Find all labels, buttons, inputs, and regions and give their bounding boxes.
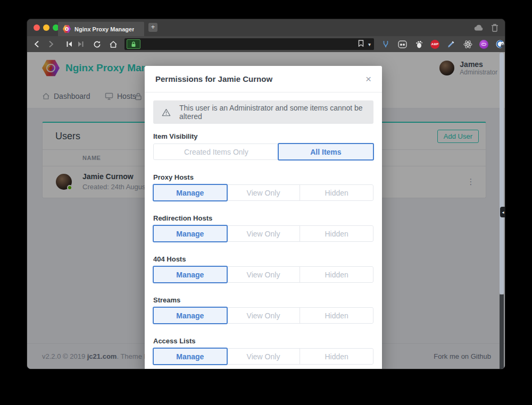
admin-warning-alert: This user is an Administrator and some i… — [153, 100, 373, 124]
page-content: Nginx Proxy Manager James Administrator … — [27, 52, 505, 369]
item-visibility-section: Item Visibility Created Items OnlyAll It… — [153, 132, 373, 160]
minimize-window-button[interactable] — [43, 24, 49, 31]
permission-section-label: Access Lists — [153, 337, 373, 345]
adblock-plus-extension-icon[interactable]: ABP — [430, 40, 439, 49]
permission-section-label: Redirection Hosts — [153, 214, 373, 222]
forward-button[interactable] — [46, 40, 57, 48]
browser-titlebar: Nginx Proxy Manager + — [27, 19, 505, 36]
hidden-button[interactable]: Hidden — [300, 267, 373, 282]
permission-section-label: 404 Hosts — [153, 255, 373, 263]
proxy-extension-icon[interactable] — [381, 39, 390, 49]
hidden-button[interactable]: Hidden — [300, 226, 373, 241]
manage-button[interactable]: Manage — [153, 307, 228, 324]
desktop: Nginx Proxy Manager + — [0, 0, 532, 405]
eyedropper-extension-icon[interactable] — [446, 39, 456, 49]
created-items-only-button[interactable]: Created Items Only — [154, 144, 279, 159]
permission-section-label: Proxy Hosts — [153, 173, 373, 181]
scrollbar-track — [500, 294, 504, 369]
favicon — [63, 25, 71, 33]
privacy-extension-icon[interactable] — [495, 39, 505, 49]
gnome-foot-extension-icon[interactable] — [414, 39, 423, 49]
warning-icon — [162, 108, 171, 117]
manage-button[interactable]: Manage — [153, 348, 228, 365]
back-button[interactable] — [31, 40, 42, 48]
close-window-button[interactable] — [34, 24, 40, 31]
manage-button[interactable]: Manage — [153, 266, 228, 283]
item-visibility-group: Created Items OnlyAll Items — [153, 144, 373, 160]
trash-icon[interactable] — [490, 23, 500, 32]
permission-section: Access Lists ManageView OnlyHidden — [153, 337, 373, 365]
hidden-button[interactable]: Hidden — [300, 185, 373, 200]
home-button[interactable] — [109, 40, 118, 48]
permissions-modal: Permissions for Jamie Curnow × This user… — [145, 66, 382, 369]
tab-title: Nginx Proxy Manager — [74, 26, 134, 32]
hidden-button[interactable]: Hidden — [300, 349, 373, 364]
permission-section: Proxy Hosts ManageView OnlyHidden — [153, 173, 373, 201]
permission-section: Redirection Hosts ManageView OnlyHidden — [153, 214, 373, 242]
manage-button[interactable]: Manage — [153, 225, 228, 242]
permission-group: ManageView OnlyHidden — [153, 348, 373, 365]
permission-group: ManageView OnlyHidden — [153, 225, 373, 242]
permission-group: ManageView OnlyHidden — [153, 307, 373, 324]
bookmark-icon[interactable] — [358, 39, 364, 49]
browser-tab[interactable]: Nginx Proxy Manager — [58, 22, 144, 36]
hidden-button[interactable]: Hidden — [300, 308, 373, 323]
url-bar[interactable]: ▾ — [124, 38, 374, 50]
reload-button[interactable] — [92, 40, 102, 48]
container-extension-icon[interactable] — [397, 39, 407, 49]
cloud-icon[interactable] — [473, 23, 483, 32]
view-only-button[interactable]: View Only — [227, 349, 300, 364]
view-only-button[interactable]: View Only — [227, 267, 300, 282]
permission-section-label: Streams — [153, 296, 373, 304]
skip-forward-button[interactable] — [77, 41, 85, 47]
view-only-button[interactable]: View Only — [227, 226, 300, 241]
modal-title: Permissions for Jamie Curnow — [155, 74, 272, 83]
bookmark-dropdown-caret-icon[interactable]: ▾ — [368, 41, 371, 47]
permission-group: ManageView OnlyHidden — [153, 266, 373, 283]
alert-text: This user is an Administrator and some i… — [179, 104, 365, 121]
view-only-button[interactable]: View Only — [227, 308, 300, 323]
new-tab-button[interactable]: + — [148, 23, 157, 32]
site-security-lock-icon[interactable] — [127, 39, 140, 49]
all-items-button[interactable]: All Items — [278, 143, 374, 161]
browser-window: Nginx Proxy Manager + — [27, 19, 505, 369]
scrollbar-thumb[interactable] — [500, 53, 504, 294]
permission-section: 404 Hosts ManageView OnlyHidden — [153, 255, 373, 283]
modal-close-icon[interactable]: × — [365, 74, 371, 84]
purple-extension-icon[interactable] — [479, 40, 488, 49]
browser-toolbar: ▾ ABP — [27, 36, 505, 52]
panel-collapse-arrow-icon[interactable]: ◂ — [500, 207, 505, 217]
atom-extension-icon[interactable] — [463, 39, 472, 49]
skip-back-button[interactable] — [65, 41, 73, 47]
permission-section: Streams ManageView OnlyHidden — [153, 296, 373, 324]
permission-group: ManageView OnlyHidden — [153, 184, 373, 201]
section-label: Item Visibility — [153, 132, 373, 140]
view-only-button[interactable]: View Only — [227, 185, 300, 200]
manage-button[interactable]: Manage — [153, 184, 228, 201]
